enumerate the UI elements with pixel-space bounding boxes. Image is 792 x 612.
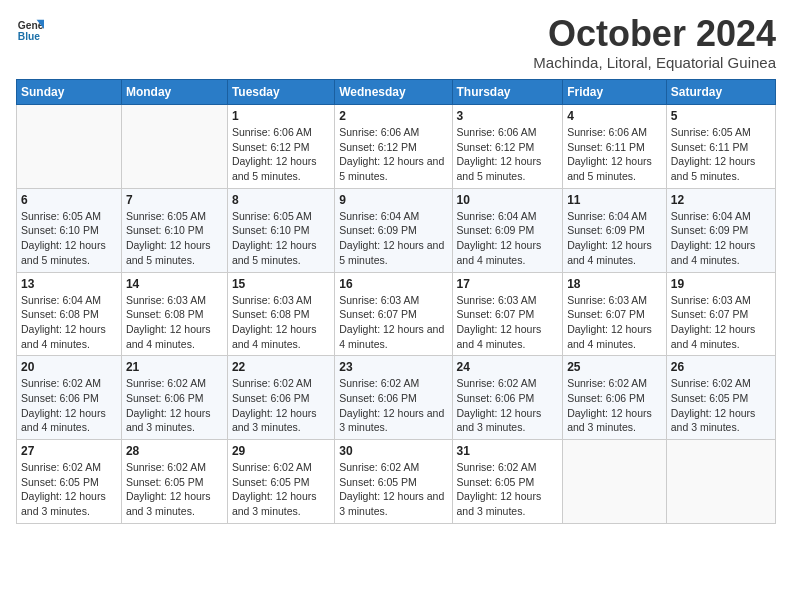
day-cell: 26Sunrise: 6:02 AM Sunset: 6:05 PM Dayli…	[666, 356, 775, 440]
day-info: Sunrise: 6:04 AM Sunset: 6:09 PM Dayligh…	[567, 209, 662, 268]
weekday-header-tuesday: Tuesday	[227, 80, 334, 105]
day-cell	[666, 440, 775, 524]
week-row-2: 6Sunrise: 6:05 AM Sunset: 6:10 PM Daylig…	[17, 188, 776, 272]
day-number: 21	[126, 360, 223, 374]
day-info: Sunrise: 6:05 AM Sunset: 6:10 PM Dayligh…	[21, 209, 117, 268]
day-cell	[121, 105, 227, 189]
calendar-table: SundayMondayTuesdayWednesdayThursdayFrid…	[16, 79, 776, 524]
day-cell: 23Sunrise: 6:02 AM Sunset: 6:06 PM Dayli…	[335, 356, 452, 440]
day-info: Sunrise: 6:02 AM Sunset: 6:06 PM Dayligh…	[567, 376, 662, 435]
svg-text:Blue: Blue	[18, 31, 41, 42]
day-cell: 15Sunrise: 6:03 AM Sunset: 6:08 PM Dayli…	[227, 272, 334, 356]
day-number: 1	[232, 109, 330, 123]
day-cell: 27Sunrise: 6:02 AM Sunset: 6:05 PM Dayli…	[17, 440, 122, 524]
day-info: Sunrise: 6:04 AM Sunset: 6:09 PM Dayligh…	[339, 209, 447, 268]
weekday-header-monday: Monday	[121, 80, 227, 105]
day-cell: 25Sunrise: 6:02 AM Sunset: 6:06 PM Dayli…	[563, 356, 667, 440]
day-info: Sunrise: 6:02 AM Sunset: 6:06 PM Dayligh…	[232, 376, 330, 435]
day-info: Sunrise: 6:02 AM Sunset: 6:05 PM Dayligh…	[671, 376, 771, 435]
day-cell: 21Sunrise: 6:02 AM Sunset: 6:06 PM Dayli…	[121, 356, 227, 440]
day-info: Sunrise: 6:02 AM Sunset: 6:05 PM Dayligh…	[232, 460, 330, 519]
week-row-5: 27Sunrise: 6:02 AM Sunset: 6:05 PM Dayli…	[17, 440, 776, 524]
day-number: 13	[21, 277, 117, 291]
weekday-header-thursday: Thursday	[452, 80, 563, 105]
day-number: 29	[232, 444, 330, 458]
day-info: Sunrise: 6:03 AM Sunset: 6:07 PM Dayligh…	[567, 293, 662, 352]
week-row-3: 13Sunrise: 6:04 AM Sunset: 6:08 PM Dayli…	[17, 272, 776, 356]
day-cell: 20Sunrise: 6:02 AM Sunset: 6:06 PM Dayli…	[17, 356, 122, 440]
day-cell: 8Sunrise: 6:05 AM Sunset: 6:10 PM Daylig…	[227, 188, 334, 272]
day-info: Sunrise: 6:06 AM Sunset: 6:12 PM Dayligh…	[232, 125, 330, 184]
day-info: Sunrise: 6:04 AM Sunset: 6:09 PM Dayligh…	[457, 209, 559, 268]
day-info: Sunrise: 6:04 AM Sunset: 6:08 PM Dayligh…	[21, 293, 117, 352]
day-number: 9	[339, 193, 447, 207]
day-cell: 19Sunrise: 6:03 AM Sunset: 6:07 PM Dayli…	[666, 272, 775, 356]
day-cell: 31Sunrise: 6:02 AM Sunset: 6:05 PM Dayli…	[452, 440, 563, 524]
day-number: 30	[339, 444, 447, 458]
day-cell: 10Sunrise: 6:04 AM Sunset: 6:09 PM Dayli…	[452, 188, 563, 272]
day-info: Sunrise: 6:03 AM Sunset: 6:08 PM Dayligh…	[232, 293, 330, 352]
day-number: 3	[457, 109, 559, 123]
day-info: Sunrise: 6:02 AM Sunset: 6:06 PM Dayligh…	[126, 376, 223, 435]
day-cell: 6Sunrise: 6:05 AM Sunset: 6:10 PM Daylig…	[17, 188, 122, 272]
day-number: 16	[339, 277, 447, 291]
day-info: Sunrise: 6:05 AM Sunset: 6:10 PM Dayligh…	[232, 209, 330, 268]
day-number: 5	[671, 109, 771, 123]
logo: General Blue	[16, 16, 44, 44]
month-title: October 2024	[533, 16, 776, 52]
day-cell	[17, 105, 122, 189]
day-number: 23	[339, 360, 447, 374]
day-info: Sunrise: 6:02 AM Sunset: 6:06 PM Dayligh…	[457, 376, 559, 435]
day-info: Sunrise: 6:06 AM Sunset: 6:12 PM Dayligh…	[457, 125, 559, 184]
day-cell: 22Sunrise: 6:02 AM Sunset: 6:06 PM Dayli…	[227, 356, 334, 440]
weekday-header-row: SundayMondayTuesdayWednesdayThursdayFrid…	[17, 80, 776, 105]
day-number: 11	[567, 193, 662, 207]
day-cell: 28Sunrise: 6:02 AM Sunset: 6:05 PM Dayli…	[121, 440, 227, 524]
day-number: 18	[567, 277, 662, 291]
title-area: October 2024 Machinda, Litoral, Equatori…	[533, 16, 776, 71]
week-row-1: 1Sunrise: 6:06 AM Sunset: 6:12 PM Daylig…	[17, 105, 776, 189]
logo-icon: General Blue	[16, 16, 44, 44]
day-number: 14	[126, 277, 223, 291]
day-number: 28	[126, 444, 223, 458]
day-cell: 17Sunrise: 6:03 AM Sunset: 6:07 PM Dayli…	[452, 272, 563, 356]
day-info: Sunrise: 6:06 AM Sunset: 6:11 PM Dayligh…	[567, 125, 662, 184]
day-cell	[563, 440, 667, 524]
day-number: 7	[126, 193, 223, 207]
day-number: 25	[567, 360, 662, 374]
day-number: 26	[671, 360, 771, 374]
day-number: 6	[21, 193, 117, 207]
day-cell: 14Sunrise: 6:03 AM Sunset: 6:08 PM Dayli…	[121, 272, 227, 356]
day-info: Sunrise: 6:03 AM Sunset: 6:07 PM Dayligh…	[339, 293, 447, 352]
day-cell: 12Sunrise: 6:04 AM Sunset: 6:09 PM Dayli…	[666, 188, 775, 272]
day-number: 10	[457, 193, 559, 207]
day-number: 2	[339, 109, 447, 123]
day-number: 8	[232, 193, 330, 207]
day-cell: 7Sunrise: 6:05 AM Sunset: 6:10 PM Daylig…	[121, 188, 227, 272]
week-row-4: 20Sunrise: 6:02 AM Sunset: 6:06 PM Dayli…	[17, 356, 776, 440]
day-cell: 29Sunrise: 6:02 AM Sunset: 6:05 PM Dayli…	[227, 440, 334, 524]
day-cell: 16Sunrise: 6:03 AM Sunset: 6:07 PM Dayli…	[335, 272, 452, 356]
day-cell: 4Sunrise: 6:06 AM Sunset: 6:11 PM Daylig…	[563, 105, 667, 189]
weekday-header-friday: Friday	[563, 80, 667, 105]
day-cell: 9Sunrise: 6:04 AM Sunset: 6:09 PM Daylig…	[335, 188, 452, 272]
day-cell: 30Sunrise: 6:02 AM Sunset: 6:05 PM Dayli…	[335, 440, 452, 524]
day-info: Sunrise: 6:03 AM Sunset: 6:07 PM Dayligh…	[457, 293, 559, 352]
day-info: Sunrise: 6:03 AM Sunset: 6:07 PM Dayligh…	[671, 293, 771, 352]
day-info: Sunrise: 6:02 AM Sunset: 6:05 PM Dayligh…	[21, 460, 117, 519]
day-info: Sunrise: 6:02 AM Sunset: 6:05 PM Dayligh…	[126, 460, 223, 519]
day-cell: 13Sunrise: 6:04 AM Sunset: 6:08 PM Dayli…	[17, 272, 122, 356]
page-header: General Blue October 2024 Machinda, Lito…	[16, 16, 776, 71]
day-info: Sunrise: 6:03 AM Sunset: 6:08 PM Dayligh…	[126, 293, 223, 352]
day-number: 12	[671, 193, 771, 207]
day-cell: 3Sunrise: 6:06 AM Sunset: 6:12 PM Daylig…	[452, 105, 563, 189]
day-number: 22	[232, 360, 330, 374]
day-cell: 24Sunrise: 6:02 AM Sunset: 6:06 PM Dayli…	[452, 356, 563, 440]
day-cell: 1Sunrise: 6:06 AM Sunset: 6:12 PM Daylig…	[227, 105, 334, 189]
day-info: Sunrise: 6:02 AM Sunset: 6:06 PM Dayligh…	[21, 376, 117, 435]
day-cell: 11Sunrise: 6:04 AM Sunset: 6:09 PM Dayli…	[563, 188, 667, 272]
day-info: Sunrise: 6:05 AM Sunset: 6:10 PM Dayligh…	[126, 209, 223, 268]
weekday-header-saturday: Saturday	[666, 80, 775, 105]
day-cell: 2Sunrise: 6:06 AM Sunset: 6:12 PM Daylig…	[335, 105, 452, 189]
day-number: 24	[457, 360, 559, 374]
